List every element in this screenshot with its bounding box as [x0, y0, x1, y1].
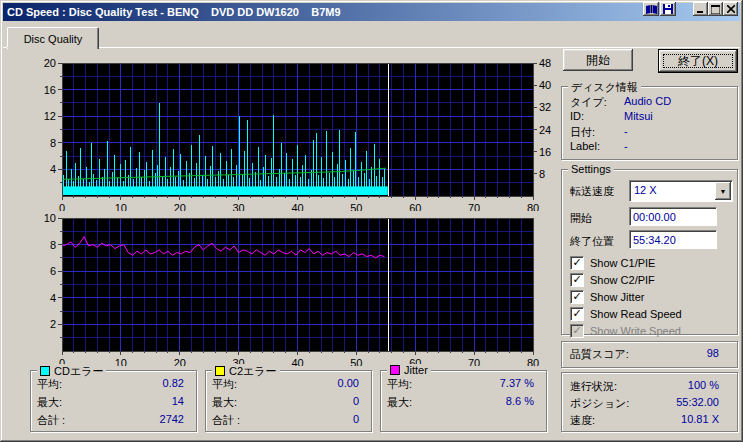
tab-strip-divider: [3, 47, 740, 48]
settings-group: Settings 転送速度 12 X ▼ 開始 終了位置 ✓Show C1/PI…: [561, 169, 738, 335]
quality-score-label: 品質スコア:: [570, 347, 629, 362]
svg-text:2: 2: [50, 318, 56, 330]
end-pos-input[interactable]: [629, 230, 717, 249]
checkbox-row-show-c1-pie[interactable]: ✓Show C1/PIE: [570, 254, 731, 271]
svg-text:40: 40: [539, 79, 551, 91]
svg-text:10: 10: [115, 357, 127, 366]
end-pos-label: 終了位置: [570, 234, 614, 249]
settings-title: Settings: [568, 163, 614, 175]
disc-type-label: タイプ:: [570, 95, 607, 110]
cd-error-color-swatch: [40, 366, 50, 376]
jitter-chart: 01020304050607080246810: [28, 211, 558, 366]
cd-error-stats-box: CDエラー 平均: 0.82 最大: 14 合計 : 2742: [30, 370, 197, 432]
jitter-stats-box: Jitter 平均: 7.37 % 最大: 8.6 %: [380, 370, 547, 432]
start-pos-input[interactable]: [629, 207, 717, 226]
svg-text:50: 50: [350, 202, 362, 211]
svg-text:32: 32: [539, 101, 551, 113]
disc-id-value: Mitsui: [624, 110, 653, 122]
checkbox-row-show-read-speed[interactable]: ✓Show Read Speed: [570, 305, 731, 322]
title-bar[interactable]: CD Speed : Disc Quality Test - BENQ DVD …: [3, 3, 740, 21]
svg-text:8: 8: [50, 239, 56, 251]
quality-score-value: 98: [707, 347, 719, 359]
speed-label: 転送速度: [570, 184, 614, 199]
svg-text:16: 16: [44, 84, 56, 96]
focus-rect: [663, 54, 733, 68]
jitter-title: Jitter: [404, 364, 428, 376]
c2-avg-label: 平均:: [212, 377, 237, 392]
jitter-legend: Jitter: [387, 364, 431, 376]
svg-text:10: 10: [44, 212, 56, 224]
progress-value: 100 %: [688, 379, 719, 391]
svg-text:6: 6: [50, 265, 56, 277]
c2-error-color-swatch: [215, 366, 225, 376]
cd-avg-value: 0.82: [163, 377, 184, 389]
svg-text:20: 20: [174, 202, 186, 211]
start-button-label: 開始: [586, 52, 610, 69]
checkbox-row-show-write-speed: ✓Show Write Speed: [570, 322, 731, 339]
disc-info-title: ディスク情報: [568, 80, 641, 95]
start-button[interactable]: 開始: [563, 49, 633, 71]
jitter-max-value: 8.6 %: [506, 395, 534, 407]
disc-date-label: 日付:: [570, 125, 595, 140]
svg-text:60: 60: [409, 202, 421, 211]
disc-type-value: Audio CD: [624, 95, 671, 107]
svg-text:24: 24: [539, 124, 551, 136]
svg-text:40: 40: [291, 357, 303, 366]
tab-disc-quality[interactable]: Disc Quality: [7, 27, 99, 49]
compare-icon[interactable]: [643, 2, 659, 16]
tab-notch: [7, 47, 96, 48]
status-box: 進行状況: 100 % ポジション: 55:32.00 速度: 10.81 X: [561, 372, 738, 432]
checkbox-label-show-c1-pie: Show C1/PIE: [590, 257, 655, 269]
cd-error-title: CDエラー: [54, 365, 103, 377]
cd-max-value: 14: [172, 395, 184, 407]
disc-label-value: -: [624, 140, 628, 152]
svg-text:48: 48: [539, 57, 551, 69]
app-window: CD Speed : Disc Quality Test - BENQ DVD …: [0, 0, 743, 442]
cd-avg-label: 平均:: [37, 377, 62, 392]
svg-text:16: 16: [539, 146, 551, 158]
checkbox-show-read-speed[interactable]: ✓: [570, 307, 584, 321]
svg-text:80: 80: [527, 202, 539, 211]
save-icon[interactable]: [660, 2, 676, 16]
disc-id-label: ID:: [570, 110, 584, 122]
c2-error-stats-box: C2エラー 平均: 0.00 最大: 0 合計 : 0: [205, 370, 372, 432]
position-label: ポジション:: [570, 396, 629, 411]
disc-date-value: -: [624, 125, 628, 137]
cd-total-label: 合計 :: [37, 413, 65, 428]
svg-text:10: 10: [115, 202, 127, 211]
svg-text:12: 12: [44, 110, 56, 122]
checkbox-row-show-jitter[interactable]: ✓Show Jitter: [570, 288, 731, 305]
jitter-color-swatch: [390, 365, 400, 375]
settings-checkbox-list: ✓Show C1/PIE✓Show C2/PIF✓Show Jitter✓Sho…: [570, 254, 731, 339]
checkbox-label-show-write-speed: Show Write Speed: [590, 325, 681, 337]
checkbox-show-c1-pie[interactable]: ✓: [570, 256, 584, 270]
jitter-max-label: 最大:: [387, 395, 412, 410]
checkbox-show-jitter[interactable]: ✓: [570, 290, 584, 304]
close-icon[interactable]: [723, 2, 738, 16]
disc-label-label: Label:: [570, 140, 600, 152]
svg-text:20: 20: [44, 57, 56, 69]
svg-text:4: 4: [50, 292, 56, 304]
checkbox-show-c2-pif[interactable]: ✓: [570, 273, 584, 287]
speed-status-label: 速度:: [570, 413, 595, 428]
svg-text:8: 8: [50, 137, 56, 149]
checkbox-row-show-c2-pif[interactable]: ✓Show C2/PIF: [570, 271, 731, 288]
svg-text:70: 70: [468, 202, 480, 211]
speed-select[interactable]: 12 X ▼: [629, 180, 733, 202]
svg-text:80: 80: [527, 357, 539, 366]
chevron-down-icon[interactable]: ▼: [715, 182, 731, 200]
svg-text:8: 8: [539, 168, 545, 180]
c2-error-title: C2エラー: [229, 365, 277, 377]
c1-error-chart: 010203040506070804812162081624324048: [28, 56, 558, 211]
checkbox-label-show-jitter: Show Jitter: [590, 291, 644, 303]
quality-score-box: 品質スコア: 98: [561, 341, 738, 368]
exit-button[interactable]: 終了(X): [658, 49, 738, 73]
checkbox-label-show-read-speed: Show Read Speed: [590, 308, 682, 320]
speed-status-value: 10.81 X: [681, 413, 719, 425]
svg-text:70: 70: [468, 357, 480, 366]
jitter-avg-value: 7.37 %: [500, 377, 534, 389]
minimize-icon[interactable]: [693, 2, 708, 16]
disc-info-group: ディスク情報 タイプ: Audio CD ID: Mitsui 日付: - La…: [561, 86, 738, 160]
window-title: CD Speed : Disc Quality Test - BENQ DVD …: [3, 6, 341, 18]
maximize-icon[interactable]: [708, 2, 723, 16]
